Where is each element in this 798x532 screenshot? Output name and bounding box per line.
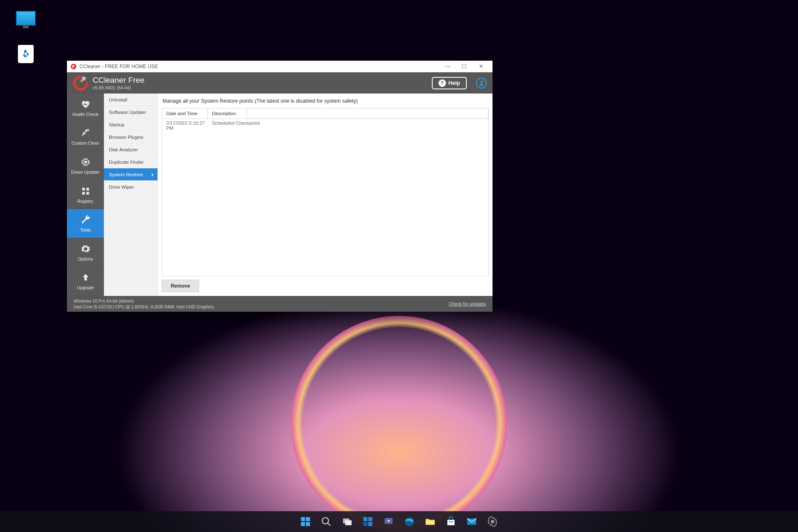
svg-rect-12 xyxy=(301,522,305,526)
store-icon xyxy=(446,516,456,527)
taskbar-chat[interactable] xyxy=(380,513,397,530)
svg-point-2 xyxy=(480,81,483,83)
start-icon xyxy=(300,516,311,527)
sidebar-label: Custom Clean xyxy=(71,140,99,145)
chat-icon xyxy=(383,516,394,527)
taskbar-search[interactable] xyxy=(318,513,335,530)
window-controls: — ☐ ✕ xyxy=(439,61,489,72)
titlebar-text: CCleaner - FREE FOR HOME USE xyxy=(79,64,158,69)
taskbar-widgets[interactable] xyxy=(359,513,377,530)
taskbar-settings[interactable] xyxy=(484,513,501,530)
svg-rect-8 xyxy=(82,192,84,194)
app-version: v5.89.9401 (64-bit) xyxy=(93,85,145,90)
subnav-item-disk-analyzer[interactable]: Disk Analyzer xyxy=(104,143,158,156)
cell-datetime: 2/17/2022 5:10:27 PM xyxy=(166,121,212,131)
svg-rect-9 xyxy=(86,192,89,194)
remove-button[interactable]: Remove xyxy=(162,280,199,292)
subnav-item-uninstall[interactable]: Uninstall xyxy=(104,94,158,106)
wrench-icon xyxy=(80,214,91,225)
maximize-button[interactable]: ☐ xyxy=(456,61,473,72)
mail-icon xyxy=(466,516,477,527)
svg-point-23 xyxy=(388,520,389,522)
svg-rect-27 xyxy=(451,521,453,522)
table-header: Date and Time Description xyxy=(162,108,488,119)
sidebar-item-registry[interactable]: Registry xyxy=(67,180,104,209)
heart-icon xyxy=(80,99,91,110)
main-panel: Manage all your System Restore points (T… xyxy=(158,94,493,296)
system-info: Windows 10 Pro 64-bit (Admin) Intel Core… xyxy=(74,298,214,310)
minimize-button[interactable]: — xyxy=(439,61,456,72)
sidebar-label: Upgrade xyxy=(77,285,94,290)
svg-rect-17 xyxy=(345,520,352,525)
svg-rect-19 xyxy=(368,517,372,521)
sidebar-label: Driver Updater xyxy=(71,170,99,175)
subnav-item-duplicate-finder[interactable]: Duplicate Finder xyxy=(104,156,158,168)
gear-icon xyxy=(80,244,91,254)
subnav-item-software-updater[interactable]: Software Updater xyxy=(104,106,158,118)
taskbar-store[interactable] xyxy=(442,513,460,530)
chip-icon xyxy=(80,157,91,167)
app-header: CCleaner Free v5.89.9401 (64-bit) ? Help xyxy=(67,72,493,94)
ccleaner-logo-icon xyxy=(73,75,89,91)
taskbar-taskview[interactable] xyxy=(338,513,356,530)
arrow-up-icon xyxy=(80,272,91,283)
wallpaper-ring xyxy=(291,316,507,532)
titlebar[interactable]: CCleaner - FREE FOR HOME USE — ☐ ✕ xyxy=(67,61,493,72)
sidebar: Health Check Custom Clean Driver Updater… xyxy=(67,94,104,296)
subnav-item-system-restore[interactable]: System Restore xyxy=(104,168,158,181)
sidebar-label: Health Check xyxy=(72,112,99,117)
col-spacer xyxy=(247,108,488,118)
account-button[interactable] xyxy=(476,78,487,89)
close-button[interactable]: ✕ xyxy=(473,61,489,72)
taskbar-edge[interactable] xyxy=(401,513,418,530)
restore-points-table[interactable]: Date and Time Description 2/17/2022 5:10… xyxy=(162,108,489,276)
desktop-icon-this-pc[interactable] xyxy=(12,11,39,27)
sidebar-item-options[interactable]: Options xyxy=(67,238,104,267)
desktop-icon-recycle-bin[interactable] xyxy=(12,45,39,63)
subnav-item-startup[interactable]: Startup xyxy=(104,118,158,131)
taskbar[interactable] xyxy=(0,511,798,532)
taskbar-explorer[interactable] xyxy=(421,513,439,530)
svg-rect-25 xyxy=(426,520,435,525)
help-icon: ? xyxy=(438,79,446,87)
col-date-time[interactable]: Date and Time xyxy=(162,108,208,118)
system-hw: Intel Core i5-10210U CPU @ 1.60GHz, 8.0G… xyxy=(74,304,214,310)
table-row[interactable]: 2/17/2022 5:10:27 PM Scheduled Checkpoin… xyxy=(162,119,488,132)
action-row: Remove xyxy=(162,276,489,292)
sidebar-item-tools[interactable]: Tools xyxy=(67,209,104,238)
taskbar-start[interactable] xyxy=(297,513,314,530)
app-name: CCleaner Free xyxy=(93,76,145,85)
sidebar-item-driver-updater[interactable]: Driver Updater xyxy=(67,151,104,180)
app-icon xyxy=(70,63,77,70)
monitor-icon xyxy=(16,11,36,26)
svg-rect-13 xyxy=(306,522,310,526)
app-title-block: CCleaner Free v5.89.9401 (64-bit) xyxy=(93,76,145,90)
ccleaner-window: CCleaner - FREE FOR HOME USE — ☐ ✕ CClea… xyxy=(67,61,493,312)
svg-rect-7 xyxy=(86,187,89,190)
recycle-bin-icon xyxy=(18,45,34,63)
svg-rect-21 xyxy=(368,522,372,526)
edge-icon xyxy=(404,516,415,527)
svg-rect-20 xyxy=(363,522,367,526)
sidebar-item-health-check[interactable]: Health Check xyxy=(67,94,104,123)
svg-rect-10 xyxy=(301,517,305,521)
subnav-item-drive-wiper[interactable]: Drive Wiper xyxy=(104,181,158,193)
sidebar-label: Options xyxy=(78,256,93,261)
taskview-icon xyxy=(342,516,352,527)
col-description[interactable]: Description xyxy=(208,108,247,118)
subnav-item-browser-plugins[interactable]: Browser Plugins xyxy=(104,131,158,143)
svg-rect-5 xyxy=(84,161,87,163)
taskbar-mail[interactable] xyxy=(463,513,480,530)
system-os: Windows 10 Pro 64-bit (Admin) xyxy=(74,298,214,304)
help-label: Help xyxy=(448,80,460,86)
sidebar-item-custom-clean[interactable]: Custom Clean xyxy=(67,123,104,152)
help-button[interactable]: ? Help xyxy=(432,77,467,89)
search-icon xyxy=(321,516,332,527)
user-icon xyxy=(478,80,485,86)
sidebar-item-upgrade[interactable]: Upgrade xyxy=(67,267,104,296)
folder-icon xyxy=(425,516,436,527)
cell-description: Scheduled Checkpoint xyxy=(212,121,484,131)
widgets-icon xyxy=(362,516,373,527)
check-updates-link[interactable]: Check for updates xyxy=(449,301,486,306)
svg-rect-18 xyxy=(363,517,367,521)
